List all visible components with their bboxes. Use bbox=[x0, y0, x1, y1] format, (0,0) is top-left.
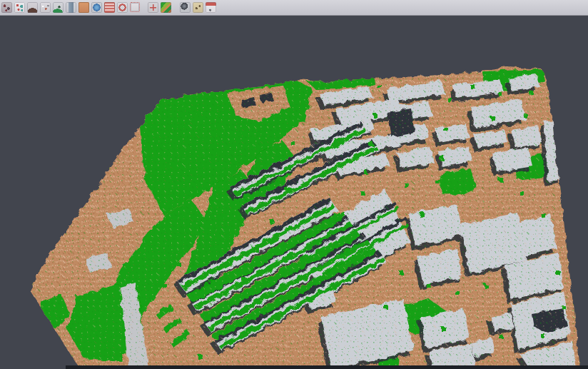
window-bottom-strip bbox=[66, 365, 588, 369]
sphere-icon[interactable] bbox=[180, 2, 191, 13]
terrain-icon[interactable] bbox=[27, 2, 38, 13]
viewport-3d[interactable] bbox=[0, 0, 588, 369]
grid-icon[interactable] bbox=[148, 2, 158, 13]
texture-icon[interactable] bbox=[193, 2, 203, 13]
classification-map-icon[interactable] bbox=[161, 2, 171, 13]
globe-icon[interactable] bbox=[91, 2, 102, 13]
layers-icon[interactable] bbox=[104, 2, 115, 13]
circle-selection-icon[interactable] bbox=[117, 2, 128, 13]
crop-icon[interactable] bbox=[130, 2, 140, 12]
point-cloud-icon[interactable] bbox=[1, 2, 12, 13]
toolbar bbox=[0, 0, 588, 16]
scatter-points-icon[interactable] bbox=[40, 2, 51, 13]
profile-icon[interactable] bbox=[66, 2, 76, 13]
classify-icon[interactable] bbox=[14, 2, 25, 13]
measure-icon[interactable] bbox=[206, 2, 216, 13]
dem-icon[interactable] bbox=[53, 2, 64, 13]
ortho-image-icon[interactable] bbox=[78, 2, 89, 13]
